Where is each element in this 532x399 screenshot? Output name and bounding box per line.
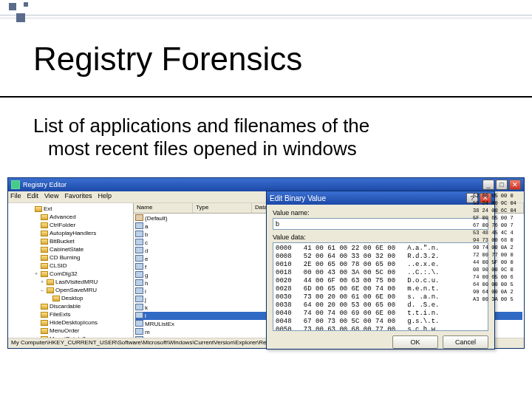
edit-binary-dialog: Edit Binary Value ? ✕ Value name: Value …	[266, 191, 495, 349]
column-name[interactable]: Name	[134, 203, 193, 213]
binary-icon	[135, 231, 143, 237]
menu-edit[interactable]: Edit	[27, 192, 39, 202]
menu-help[interactable]: Help	[98, 192, 112, 202]
binary-icon	[135, 304, 143, 310]
menu-file[interactable]: File	[10, 192, 21, 202]
data-cell: 90 74 00 0A 2	[473, 244, 525, 251]
hex-editor[interactable]: 0000 41 00 61 00 22 00 6E 00 A.a.".n. 00…	[273, 242, 488, 331]
value-name-input[interactable]	[273, 218, 488, 230]
tree-node[interactable]: BitBucket	[10, 237, 132, 245]
menu-view[interactable]: View	[44, 192, 58, 202]
binary-icon	[135, 271, 143, 278]
string-icon	[135, 214, 143, 221]
dialog-titlebar[interactable]: Edit Binary Value ? ✕	[267, 191, 494, 205]
binary-icon	[135, 287, 143, 294]
tree-node[interactable]: MountPoints2	[10, 335, 132, 338]
minimize-button[interactable]: _	[482, 180, 494, 190]
data-cell: 74 00 65 00 6	[473, 273, 525, 281]
value-name-label: Value name:	[273, 209, 488, 216]
binary-icon	[135, 279, 143, 286]
data-cell: 08 90 00 9C 0	[473, 266, 525, 273]
binary-icon	[135, 336, 143, 338]
value-data-label: Value data:	[273, 233, 488, 241]
menu-favorites[interactable]: Favorites	[64, 192, 92, 202]
data-cell: A3 00 3A 00 5	[473, 296, 525, 303]
tree-node[interactable]: CtrlFolder	[10, 221, 132, 229]
data-cell: 53 48 45 4C 4	[473, 229, 525, 236]
binary-icon	[135, 296, 143, 302]
slide-title: Registry Forensics	[33, 41, 302, 78]
slide-decoration	[0, 0, 532, 30]
tree-node[interactable]: HideDesktopIcons	[10, 318, 132, 327]
binary-icon	[135, 222, 143, 229]
tree-node[interactable]: Advanced	[10, 213, 132, 221]
window-title: Registry Editor	[23, 181, 66, 188]
tree-node[interactable]: CabinetState	[10, 245, 132, 253]
tree-node[interactable]: CLSID	[10, 262, 132, 270]
binary-icon	[135, 320, 143, 327]
key-tree[interactable]: ExtAdvancedCtrlFolderAutoplayHandlersBit…	[8, 203, 134, 338]
binary-icon	[135, 255, 143, 262]
column-type[interactable]: Type	[193, 203, 252, 213]
tree-node[interactable]: CD Burning	[10, 253, 132, 262]
data-cell: 67 00 76 00 7	[473, 222, 525, 229]
data-cell: 52 00 65 00 0	[473, 192, 525, 200]
data-cell: 44 00 5F 00 0	[473, 259, 525, 266]
data-cell: 59 24 00 9C 04	[473, 200, 525, 207]
close-button[interactable]: ✕	[509, 180, 521, 190]
tree-node[interactable]: Discardable	[10, 302, 132, 310]
data-cell: 5F 00 65 00 7	[473, 214, 525, 222]
data-cell: 90 64 00 0A 2	[473, 288, 525, 296]
binary-icon	[135, 312, 143, 318]
data-cell: 64 00 00 00 5	[473, 281, 525, 288]
binary-icon	[135, 247, 143, 253]
binary-icon	[135, 239, 143, 245]
tree-node[interactable]: FileExts	[10, 310, 132, 318]
tree-node[interactable]: +ComDlg32	[10, 270, 132, 278]
slide-subtitle: List of applications and filenames of th…	[33, 115, 491, 160]
tree-node[interactable]: MenuOrder	[10, 327, 132, 335]
data-cell: 72 00 77 00 0	[473, 251, 525, 259]
data-cell: 94 73 00 68 0	[473, 236, 525, 244]
binary-icon	[135, 328, 143, 335]
data-column-peek: 52 00 65 00 059 24 00 9C 0438 24 00 6C 0…	[473, 192, 525, 340]
tree-node[interactable]: –OpenSaveMRU	[10, 286, 132, 294]
tree-node[interactable]: Ext	[10, 205, 132, 213]
dialog-title: Edit Binary Value	[270, 194, 326, 202]
regedit-icon	[11, 180, 20, 189]
window-titlebar[interactable]: Registry Editor _ □ ✕	[8, 178, 524, 191]
ok-button[interactable]: OK	[392, 335, 438, 349]
slide-subtitle-line1: List of applications and filenames of th…	[33, 115, 369, 137]
tree-node[interactable]: AutoplayHandlers	[10, 229, 132, 237]
slide-subtitle-line2: most recent files opened in windows	[33, 137, 491, 160]
window-controls: _ □ ✕	[482, 180, 521, 190]
tree-node[interactable]: +LastVisitedMRU	[10, 278, 132, 286]
slide-divider	[0, 96, 532, 98]
data-cell: 38 24 00 6C 04	[473, 207, 525, 214]
binary-icon	[135, 263, 143, 270]
tree-node[interactable]: Desktop	[10, 294, 132, 302]
maximize-button[interactable]: □	[496, 180, 508, 190]
